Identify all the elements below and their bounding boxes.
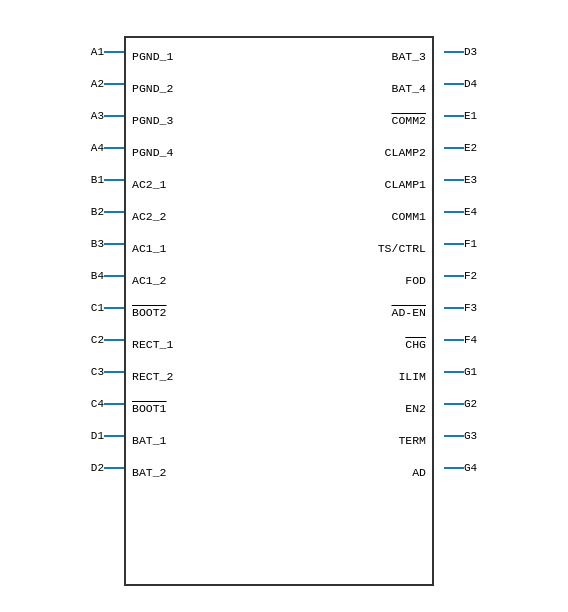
ic-label-left-d1: BAT_1 [132, 424, 279, 456]
pin-id: B4 [76, 270, 104, 282]
pin-line [444, 275, 464, 277]
pin-line [444, 147, 464, 149]
ic-label-right-f1: TS/CTRL [378, 232, 426, 264]
pin-id: C1 [76, 302, 104, 314]
pin-id: E2 [464, 142, 492, 154]
pin-line [104, 307, 124, 309]
right-pin-g2: G2 [444, 388, 544, 420]
pin-id: C3 [76, 366, 104, 378]
pin-line [444, 435, 464, 437]
right-pin-e1: E1 [444, 100, 544, 132]
pin-line [104, 403, 124, 405]
ic-label-left-d2: BAT_2 [132, 456, 279, 488]
left-pin-d1: D1 [24, 420, 124, 452]
right-pin-d4: D4 [444, 68, 544, 100]
pin-id: C4 [76, 398, 104, 410]
pin-line [444, 371, 464, 373]
ic-label-left-a1: PGND_1 [132, 40, 279, 72]
ic-label-left-b2: AC2_2 [132, 200, 279, 232]
right-pins: D3D4E1E2E3E4F1F2F3F4G1G2G3G4 [444, 36, 544, 484]
ic-label-left-c1: BOOT2 [132, 296, 279, 328]
pin-id: F1 [464, 238, 492, 250]
pin-id: G1 [464, 366, 492, 378]
ic-label-left-c2: RECT_1 [132, 328, 279, 360]
right-pin-e4: E4 [444, 196, 544, 228]
ic-label-right-g4: AD [412, 456, 426, 488]
pin-line [104, 275, 124, 277]
ic-label-right-f4: CHG [405, 328, 426, 360]
right-pin-d3: D3 [444, 36, 544, 68]
pin-line [104, 83, 124, 85]
pin-line [104, 339, 124, 341]
pin-id: C2 [76, 334, 104, 346]
ic-labels: PGND_1PGND_2PGND_3PGND_4AC2_1AC2_2AC1_1A… [124, 36, 434, 596]
pin-id: A2 [76, 78, 104, 90]
pin-line [104, 51, 124, 53]
pin-id: F3 [464, 302, 492, 314]
pin-line [444, 179, 464, 181]
pin-line [444, 243, 464, 245]
pin-line [104, 371, 124, 373]
left-pin-c3: C3 [24, 356, 124, 388]
pin-id: B2 [76, 206, 104, 218]
ic-label-right-f2: FOD [405, 264, 426, 296]
left-pin-b4: B4 [24, 260, 124, 292]
left-pin-a2: A2 [24, 68, 124, 100]
pin-line [104, 467, 124, 469]
ic-label-left-a4: PGND_4 [132, 136, 279, 168]
pin-id: B1 [76, 174, 104, 186]
pin-line [444, 115, 464, 117]
right-pin-g3: G3 [444, 420, 544, 452]
pin-line [444, 51, 464, 53]
pin-line [104, 243, 124, 245]
left-pin-a1: A1 [24, 36, 124, 68]
pin-line [444, 403, 464, 405]
left-pin-c4: C4 [24, 388, 124, 420]
pin-id: G4 [464, 462, 492, 474]
pin-id: F2 [464, 270, 492, 282]
pin-id: A4 [76, 142, 104, 154]
pin-id: D3 [464, 46, 492, 58]
ic-label-right-e1: COMM2 [391, 104, 426, 136]
pin-line [104, 179, 124, 181]
right-pin-f3: F3 [444, 292, 544, 324]
pin-id: A1 [76, 46, 104, 58]
pin-id: F4 [464, 334, 492, 346]
ic-label-right-g1: ILIM [398, 360, 426, 392]
pin-line [444, 307, 464, 309]
pin-line [104, 147, 124, 149]
right-pin-e3: E3 [444, 164, 544, 196]
pin-line [104, 435, 124, 437]
ic-label-right-e3: CLAMP1 [385, 168, 426, 200]
ic-label-right-d3: BAT_3 [391, 40, 426, 72]
left-pin-a4: A4 [24, 132, 124, 164]
right-pin-f4: F4 [444, 324, 544, 356]
ic-label-right-g3: TERM [398, 424, 426, 456]
right-pin-f2: F2 [444, 260, 544, 292]
pin-line [104, 211, 124, 213]
right-pin-e2: E2 [444, 132, 544, 164]
ic-label-right-e2: CLAMP2 [385, 136, 426, 168]
left-pin-c2: C2 [24, 324, 124, 356]
pin-id: E1 [464, 110, 492, 122]
ic-label-right-d4: BAT_4 [391, 72, 426, 104]
left-pin-b1: B1 [24, 164, 124, 196]
ic-label-left-b4: AC1_2 [132, 264, 279, 296]
right-pin-g4: G4 [444, 452, 544, 484]
pin-id: G2 [464, 398, 492, 410]
ic-label-left-c4: BOOT1 [132, 392, 279, 424]
pin-id: D1 [76, 430, 104, 442]
right-pin-f1: F1 [444, 228, 544, 260]
ic-label-right-f3: AD-EN [391, 296, 426, 328]
pin-line [444, 211, 464, 213]
left-pins: A1A2A3A4B1B2B3B4C1C2C3C4D1D2 [24, 36, 124, 484]
ic-label-left-a2: PGND_2 [132, 72, 279, 104]
ic-label-left-c3: RECT_2 [132, 360, 279, 392]
right-pin-g1: G1 [444, 356, 544, 388]
pin-id: E4 [464, 206, 492, 218]
ic-label-right-e4: COMM1 [391, 200, 426, 232]
pin-id: D4 [464, 78, 492, 90]
ic-label-left-b1: AC2_1 [132, 168, 279, 200]
pin-id: D2 [76, 462, 104, 474]
left-pin-a3: A3 [24, 100, 124, 132]
